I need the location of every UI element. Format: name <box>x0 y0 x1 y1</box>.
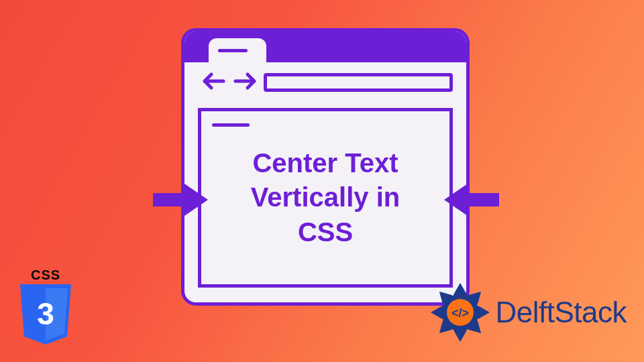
css3-number: 3 <box>37 296 54 331</box>
forward-arrow-icon <box>233 72 257 93</box>
browser-toolbar <box>184 62 466 104</box>
delftstack-logo-icon: </> <box>429 282 491 343</box>
browser-window-illustration: Center Text Vertically in CSS <box>181 28 470 306</box>
browser-tab <box>209 38 266 62</box>
css3-shield-icon: 3 <box>17 284 74 346</box>
back-arrow-icon <box>202 72 226 93</box>
css3-badge: CSS 3 <box>15 267 76 349</box>
delftstack-brand: </> DelftStack <box>429 282 627 343</box>
svg-text:</>: </> <box>451 306 469 320</box>
window-titlebar <box>184 32 466 62</box>
main-heading: Center Text Vertically in CSS <box>231 146 419 249</box>
url-bar <box>264 73 453 92</box>
arrow-left-solid-icon <box>443 180 499 223</box>
arrow-right-solid-icon <box>153 180 209 223</box>
corner-accent <box>212 123 250 127</box>
delftstack-name: DelftStack <box>495 296 627 329</box>
content-frame: Center Text Vertically in CSS <box>198 108 453 288</box>
css3-label: CSS <box>15 267 76 283</box>
